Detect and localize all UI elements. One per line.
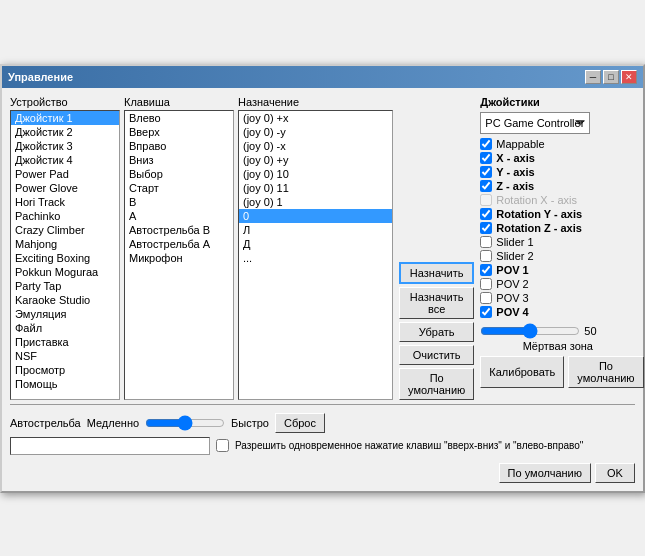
y-axis-checkbox[interactable] bbox=[480, 166, 492, 178]
checkbox-pov4: POV 4 bbox=[480, 306, 635, 318]
autofire-label: Автострельба bbox=[10, 417, 81, 429]
pov2-label: POV 2 bbox=[496, 278, 528, 290]
dead-zone-slider[interactable] bbox=[480, 324, 580, 338]
list-item[interactable]: Микрофон bbox=[125, 251, 233, 265]
list-item[interactable]: Выбор bbox=[125, 167, 233, 181]
checkbox-rot-x: Rotation X - axis bbox=[480, 194, 635, 206]
dead-zone-label: Мёртвая зона bbox=[480, 340, 635, 352]
checkbox-y-axis: Y - axis bbox=[480, 166, 635, 178]
list-item[interactable]: Приставка bbox=[11, 335, 119, 349]
list-item[interactable]: Mahjong bbox=[11, 237, 119, 251]
checkbox-z-axis: Z - axis bbox=[480, 180, 635, 192]
list-item-selected[interactable]: 0 bbox=[239, 209, 392, 223]
assign-all-button[interactable]: Назначить все bbox=[399, 287, 474, 319]
z-axis-checkbox[interactable] bbox=[480, 180, 492, 192]
close-button[interactable]: ✕ bbox=[621, 70, 637, 84]
devices-column: Устройство Джойстик 1 Джойстик 2 Джойсти… bbox=[10, 96, 120, 400]
center-buttons: Назначить Назначить все Убрать Очистить … bbox=[399, 96, 474, 400]
checkbox-pov1: POV 1 bbox=[480, 264, 635, 276]
y-axis-label: Y - axis bbox=[496, 166, 534, 178]
key-field[interactable] bbox=[10, 437, 210, 455]
list-item[interactable]: Л bbox=[239, 223, 392, 237]
remove-button[interactable]: Убрать bbox=[399, 322, 474, 342]
joystick-dropdown-container: PC Game Controller bbox=[480, 112, 635, 134]
reset-button[interactable]: Сброс bbox=[275, 413, 325, 433]
assign-button[interactable]: Назначить bbox=[399, 262, 474, 284]
list-item[interactable]: (joy 0) 10 bbox=[239, 167, 392, 181]
list-item[interactable]: (joy 0) 1 bbox=[239, 195, 392, 209]
list-item[interactable]: Power Pad bbox=[11, 167, 119, 181]
list-item[interactable]: (joy 0) +x bbox=[239, 111, 392, 125]
list-item[interactable]: Karaoke Studio bbox=[11, 293, 119, 307]
pov2-checkbox[interactable] bbox=[480, 278, 492, 290]
main-window: Управление ─ □ ✕ Устройство Джойстик 1 Д… bbox=[0, 64, 645, 493]
list-item[interactable]: Старт bbox=[125, 181, 233, 195]
list-item[interactable]: B bbox=[125, 195, 233, 209]
checkbox-mappable: Mappable bbox=[480, 138, 635, 150]
list-item[interactable]: Hori Track bbox=[11, 195, 119, 209]
title-bar: Управление ─ □ ✕ bbox=[2, 66, 643, 88]
list-item[interactable]: (joy 0) 11 bbox=[239, 181, 392, 195]
z-axis-label: Z - axis bbox=[496, 180, 534, 192]
list-item[interactable]: Автострельба B bbox=[125, 223, 233, 237]
list-item[interactable]: Эмуляция bbox=[11, 307, 119, 321]
autofire-slider[interactable] bbox=[145, 416, 225, 430]
list-item[interactable]: Exciting Boxing bbox=[11, 251, 119, 265]
list-item[interactable]: (joy 0) -x bbox=[239, 139, 392, 153]
list-item[interactable]: Pokkun Moguraa bbox=[11, 265, 119, 279]
list-item[interactable]: Вниз bbox=[125, 153, 233, 167]
x-axis-checkbox[interactable] bbox=[480, 152, 492, 164]
rot-x-label: Rotation X - axis bbox=[496, 194, 577, 206]
keys-listbox[interactable]: Влево Вверх Вправо Вниз Выбор Старт B A … bbox=[124, 110, 234, 400]
list-item[interactable]: Файл bbox=[11, 321, 119, 335]
devices-listbox[interactable]: Джойстик 1 Джойстик 2 Джойстик 3 Джойсти… bbox=[10, 110, 120, 400]
slider2-label: Slider 2 bbox=[496, 250, 533, 262]
maximize-button[interactable]: □ bbox=[603, 70, 619, 84]
assignments-label: Назначение bbox=[238, 96, 393, 108]
clear-button[interactable]: Очистить bbox=[399, 345, 474, 365]
list-item[interactable]: Pachinko bbox=[11, 209, 119, 223]
pov1-label: POV 1 bbox=[496, 264, 528, 276]
calibrate-button[interactable]: Калибровать bbox=[480, 356, 564, 388]
list-item[interactable]: Power Glove bbox=[11, 181, 119, 195]
assignments-listbox[interactable]: (joy 0) +x (joy 0) -y (joy 0) -x (joy 0)… bbox=[238, 110, 393, 400]
joystick-dropdown[interactable]: PC Game Controller bbox=[480, 112, 590, 134]
list-item[interactable]: Джойстик 1 bbox=[11, 111, 119, 125]
list-item[interactable]: Влево bbox=[125, 111, 233, 125]
pov4-checkbox[interactable] bbox=[480, 306, 492, 318]
list-item[interactable]: Автострельба А bbox=[125, 237, 233, 251]
list-item[interactable]: (joy 0) -y bbox=[239, 125, 392, 139]
rot-z-checkbox[interactable] bbox=[480, 222, 492, 234]
list-item[interactable]: ... bbox=[239, 251, 392, 265]
simultaneous-label: Разрешить одновременное нажатие клавиш "… bbox=[235, 440, 583, 451]
joysticks-label: Джойстики bbox=[480, 96, 635, 108]
list-item[interactable]: Джойстик 3 bbox=[11, 139, 119, 153]
bottom-default-button[interactable]: По умолчанию bbox=[499, 463, 591, 483]
bottom-buttons-row: По умолчанию OK bbox=[10, 463, 635, 483]
list-item[interactable]: Помощь bbox=[11, 377, 119, 391]
rot-y-checkbox[interactable] bbox=[480, 208, 492, 220]
list-item[interactable]: Джойстик 2 bbox=[11, 125, 119, 139]
list-item[interactable]: Вверх bbox=[125, 125, 233, 139]
ok-button[interactable]: OK bbox=[595, 463, 635, 483]
list-item[interactable]: A bbox=[125, 209, 233, 223]
list-item[interactable]: Просмотр bbox=[11, 363, 119, 377]
list-item[interactable]: NSF bbox=[11, 349, 119, 363]
simultaneous-checkbox[interactable] bbox=[216, 439, 229, 452]
pov3-checkbox[interactable] bbox=[480, 292, 492, 304]
slider1-checkbox[interactable] bbox=[480, 236, 492, 248]
list-item[interactable]: (joy 0) +y bbox=[239, 153, 392, 167]
slider2-checkbox[interactable] bbox=[480, 250, 492, 262]
mappable-checkbox[interactable] bbox=[480, 138, 492, 150]
minimize-button[interactable]: ─ bbox=[585, 70, 601, 84]
default-button[interactable]: По умолчанию bbox=[399, 368, 474, 400]
list-item[interactable]: Party Tap bbox=[11, 279, 119, 293]
list-item[interactable]: Crazy Climber bbox=[11, 223, 119, 237]
joystick-default-button[interactable]: По умолчанию bbox=[568, 356, 643, 388]
list-item[interactable]: Д bbox=[239, 237, 392, 251]
pov4-label: POV 4 bbox=[496, 306, 528, 318]
pov1-checkbox[interactable] bbox=[480, 264, 492, 276]
rot-x-checkbox[interactable] bbox=[480, 194, 492, 206]
list-item[interactable]: Вправо bbox=[125, 139, 233, 153]
list-item[interactable]: Джойстик 4 bbox=[11, 153, 119, 167]
